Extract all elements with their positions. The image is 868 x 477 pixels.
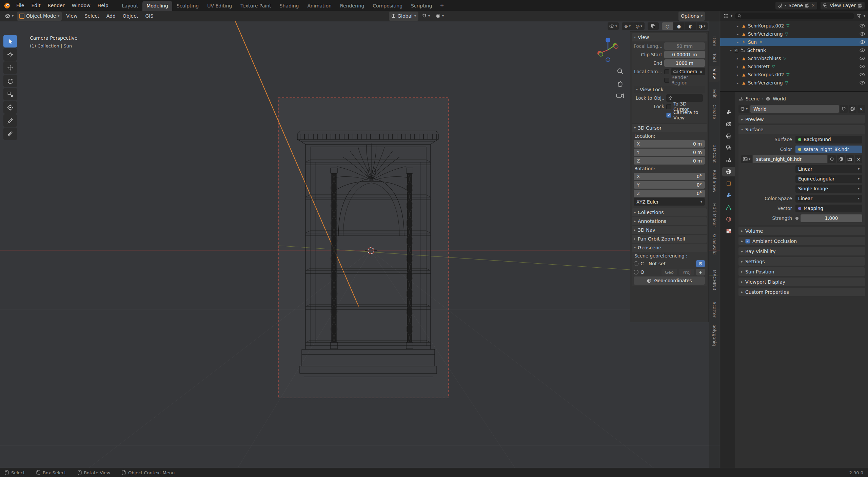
collection-checkbox[interactable]: ✓ [734, 48, 738, 53]
panel-header-geoscene[interactable]: ▾ Geoscene [632, 244, 707, 252]
shading-solid-button[interactable]: ● [673, 22, 685, 30]
panel-ambient-occlusion[interactable]: ▸ ✓ Ambient Occlusion [738, 237, 865, 245]
panel-volume[interactable]: ▸Volume [738, 227, 865, 235]
shading-rendered-button[interactable]: ◑▾ [696, 22, 708, 30]
tab-scene[interactable] [722, 155, 735, 165]
expand-icon[interactable]: ▸ [736, 57, 739, 60]
menu-item[interactable]: Select [81, 12, 103, 20]
workspace-tab[interactable]: Scripting [407, 1, 436, 11]
sidebar-tab[interactable]: Create [709, 102, 720, 122]
tool-move[interactable] [3, 61, 17, 74]
panel-header-view[interactable]: ▾ View [632, 33, 707, 41]
local-camera-checkbox[interactable] [664, 69, 669, 74]
clip-start-field[interactable]: 0.00001 m [664, 51, 705, 58]
strength-field[interactable]: 1.000 [801, 214, 862, 222]
outliner-row[interactable]: ▸ ▲ SchrBrett ▽ [720, 62, 868, 71]
camera-view-button[interactable] [616, 93, 624, 98]
expand-icon[interactable]: ▸ [736, 81, 739, 85]
eye-icon[interactable] [860, 32, 865, 36]
color-space-dropdown[interactable]: Linear▾ [795, 195, 862, 203]
panel-ray-visibility[interactable]: ▸Ray Visibility [738, 247, 865, 255]
menu-item[interactable]: Edit [28, 2, 44, 9]
tool-scale[interactable] [3, 88, 17, 100]
eye-icon[interactable] [860, 57, 865, 60]
lock-to-object-field[interactable] [666, 94, 703, 102]
mode-selector[interactable]: Object Mode ▾ [17, 12, 62, 21]
workspace-tab[interactable]: Compositing [369, 1, 407, 11]
navigation-gizmo[interactable] [594, 36, 622, 64]
tab-view-layer[interactable] [722, 143, 735, 153]
proj-button[interactable]: Proj [679, 269, 694, 275]
focal-length-field[interactable]: 50 mm [664, 42, 705, 50]
unlink-image-button[interactable]: × [855, 155, 862, 163]
pan-button[interactable] [616, 80, 624, 88]
scene-selector[interactable]: ▾ Scene × [775, 2, 817, 9]
panel-custom-properties[interactable]: ▸Custom Properties [738, 288, 865, 296]
tab-texture[interactable] [722, 226, 735, 236]
menu-item[interactable]: Object [119, 12, 142, 20]
origin-radio[interactable] [634, 270, 638, 274]
workspace-tab[interactable]: Rendering [336, 1, 369, 11]
outliner-row[interactable]: ▸ ▲ SchrVerzierung ▽ [720, 30, 868, 38]
cursor-rotation-y[interactable]: Y0° [634, 181, 705, 189]
fake-user-button[interactable] [840, 105, 848, 113]
tool-cursor[interactable] [3, 48, 17, 61]
rotation-mode-dropdown[interactable]: XYZ Euler▾ [634, 198, 705, 206]
source-dropdown[interactable]: Single Image▾ [795, 185, 862, 193]
outliner-row[interactable]: ▸ ▲ SchrKorpus.002 ▽ [720, 22, 868, 30]
tab-material[interactable] [722, 214, 735, 224]
sidebar-tab[interactable]: polygoniq [709, 322, 720, 349]
camera-to-view-checkbox[interactable]: ✓ [666, 113, 671, 118]
surface-shader-field[interactable]: Background [795, 136, 862, 144]
expand-icon[interactable]: ▸ [736, 65, 739, 69]
panel-viewport-display[interactable]: ▸Viewport Display [738, 278, 865, 286]
outliner-row-collection[interactable]: ▾ ✓ Schrank [720, 46, 868, 54]
menu-item[interactable]: View [63, 12, 81, 20]
blender-logo-icon[interactable] [3, 2, 11, 9]
expand-icon[interactable]: ▸ [736, 73, 739, 77]
local-camera-field[interactable]: Camera × [671, 68, 705, 75]
sidebar-tab[interactable]: Item [709, 34, 720, 49]
sidebar-tab[interactable]: 3D-Coat [709, 142, 720, 166]
geo-coordinates-button[interactable]: Geo-coordinates [634, 276, 705, 285]
tab-object-data[interactable] [722, 203, 735, 212]
tool-transform[interactable] [3, 101, 17, 114]
workspace-tab[interactable]: Shading [276, 1, 303, 11]
expand-icon[interactable]: ▸ [736, 40, 739, 44]
render-region-checkbox[interactable] [664, 78, 669, 83]
interpolation-dropdown[interactable]: Linear▾ [795, 165, 862, 173]
eye-icon[interactable] [860, 73, 865, 76]
outliner-editor-icon[interactable] [723, 14, 728, 19]
sidebar-tab[interactable]: Hdri Maker [709, 201, 720, 230]
workspace-tab[interactable]: Layout [118, 1, 142, 11]
lock-3d-cursor-checkbox[interactable] [666, 104, 671, 109]
breadcrumb-scene[interactable]: Scene [746, 96, 760, 101]
eye-icon[interactable] [860, 81, 865, 84]
cursor-location-x[interactable]: X0 m [634, 140, 705, 148]
eye-icon[interactable] [860, 40, 865, 44]
cursor-location-z[interactable]: Z0 m [634, 157, 705, 165]
panel-collapsed[interactable]: ▸Annotations [632, 217, 707, 225]
unlink-world-button[interactable]: × [857, 105, 865, 113]
collapse-icon[interactable]: ▾ [729, 49, 733, 52]
outliner-search-input[interactable] [735, 13, 854, 19]
browse-world-button[interactable]: ▾ [738, 105, 749, 113]
sidebar-tab[interactable]: Real Snow [709, 167, 720, 195]
sidebar-tab[interactable]: Scatter [709, 299, 720, 320]
sidebar-tab[interactable]: Graswald [709, 231, 720, 257]
color-input-field[interactable]: satara_night_8k.hdr [795, 146, 862, 153]
tool-select-box[interactable] [3, 35, 17, 47]
open-image-button[interactable] [846, 155, 854, 163]
tab-output[interactable] [722, 131, 735, 141]
transform-orientation-dropdown[interactable]: Global ▾ [389, 12, 418, 21]
new-view-layer-icon[interactable] [858, 3, 862, 8]
breadcrumb-world[interactable]: World [773, 96, 786, 101]
tool-measure[interactable] [3, 128, 17, 140]
sidebar-tab[interactable]: Edit [709, 87, 720, 100]
tab-tool[interactable] [722, 108, 735, 117]
menu-item[interactable]: File [13, 2, 27, 9]
proportional-editing-toggle[interactable]: ▾ [433, 13, 446, 19]
add-workspace-button[interactable]: + [437, 2, 447, 8]
panel-preview[interactable]: ▸Preview [738, 115, 865, 123]
crs-settings-button[interactable]: ⚙ [696, 260, 705, 267]
